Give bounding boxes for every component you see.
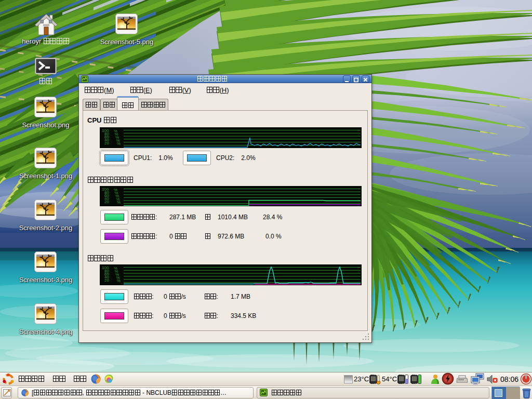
svg-text:%: % [117, 141, 121, 146]
svg-text:%: % [117, 278, 121, 283]
svg-text:20: 20 [104, 200, 109, 204]
svg-text:%: % [117, 200, 121, 205]
svg-text:20: 20 [104, 141, 109, 145]
svg-text:20: 20 [104, 278, 109, 283]
